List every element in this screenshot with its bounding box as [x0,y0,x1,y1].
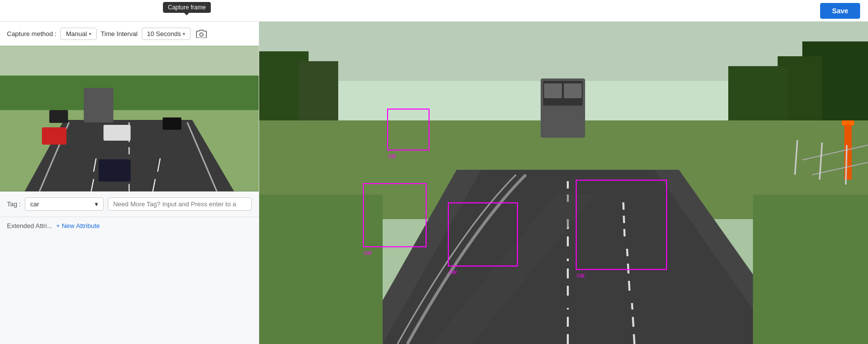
annotation-box-3[interactable]: car [448,202,518,267]
extended-attrs-section: Extended Attri... + New Attribute [0,217,259,234]
svg-rect-40 [564,83,582,98]
top-bar: Capture frame Save [0,0,868,22]
tag-select-dropdown[interactable]: car ▾ [25,197,104,211]
tooltip-text: Capture frame [168,4,206,11]
capture-method-label: Capture method : [7,30,56,38]
svg-rect-42 [753,194,868,344]
main-content: Capture method : Manual Time Interval 10… [0,22,868,344]
extended-attrs-label: Extended Attri... [7,222,52,229]
annotation-box-1[interactable]: car [387,109,430,151]
svg-line-50 [846,145,847,185]
svg-rect-9 [42,127,67,145]
tag-custom-input[interactable] [108,197,252,211]
svg-rect-8 [84,88,114,122]
time-interval-value: 10 Seconds [147,30,181,38]
capture-frame-icon[interactable] [195,27,208,40]
svg-rect-10 [104,125,131,141]
new-attribute-button[interactable]: + New Attribute [56,222,100,229]
svg-rect-12 [162,117,181,130]
time-interval-label: Time Interval [101,30,138,38]
svg-rect-39 [544,83,562,98]
tag-value: car [30,200,39,208]
capture-method-dropdown[interactable]: Manual [60,28,97,40]
capture-method-value: Manual [66,30,87,38]
save-button[interactable]: Save [820,3,860,19]
video-thumbnail [0,46,259,191]
annotation-label-3: car [449,268,457,275]
svg-rect-13 [99,159,131,182]
thumbnail-svg [0,46,259,191]
svg-rect-11 [49,110,68,123]
chevron-down-icon: ▾ [95,200,98,208]
main-scene-svg [259,22,868,344]
svg-point-0 [200,33,203,37]
annotation-label-1: car [388,153,396,159]
annotation-label-4: car [577,272,585,279]
tag-label: Tag : [7,200,21,208]
annotation-box-4[interactable]: car [576,180,667,270]
svg-rect-3 [0,46,259,76]
time-interval-dropdown[interactable]: 10 Seconds [142,28,191,40]
capture-controls: Capture method : Manual Time Interval 10… [0,22,259,46]
capture-frame-tooltip: Capture frame [163,2,211,13]
annotation-box-2[interactable]: car [363,183,427,248]
annotation-label-2: car [364,249,372,256]
main-video-area: car car car car [259,22,868,344]
left-panel: Capture method : Manual Time Interval 10… [0,22,259,344]
svg-rect-44 [842,120,854,125]
right-panel: car car car car [259,22,868,344]
tag-section: Tag : car ▾ [0,191,259,217]
